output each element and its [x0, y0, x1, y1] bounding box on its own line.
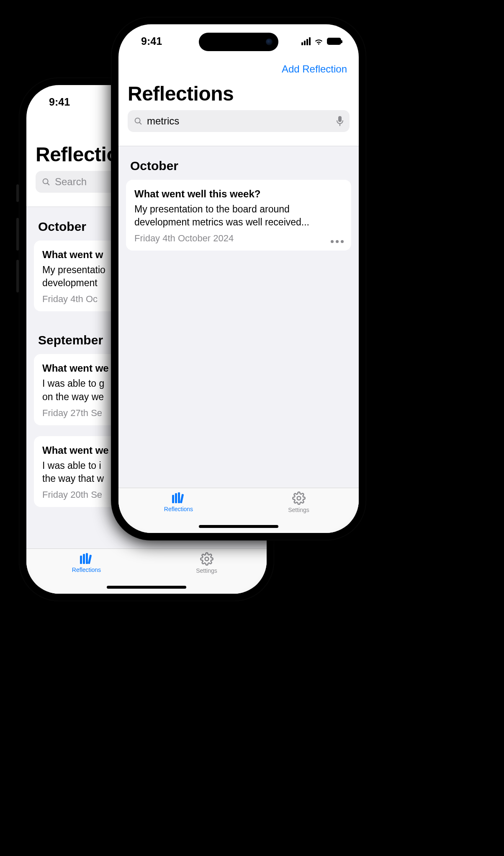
- search-icon: [41, 177, 51, 186]
- gear-icon: [200, 552, 213, 566]
- search-input[interactable]: [147, 115, 332, 127]
- battery-icon: [327, 38, 341, 45]
- library-icon: [78, 552, 95, 565]
- svg-line-8: [139, 122, 141, 124]
- svg-line-1: [47, 183, 49, 185]
- phone-front: 9:41 Add Reflection Reflections: [111, 17, 366, 540]
- svg-point-6: [205, 557, 208, 561]
- volume-up-button: [16, 218, 19, 251]
- reflections-list: October What went well this week? My pre…: [118, 146, 359, 488]
- tab-label: Reflections: [72, 566, 101, 573]
- volume-down-button: [16, 260, 19, 292]
- tab-label: Reflections: [164, 506, 193, 512]
- reflection-body: My presentation to the board around deve…: [134, 203, 343, 229]
- svg-rect-13: [178, 492, 180, 503]
- more-icon[interactable]: [331, 240, 344, 243]
- dynamic-island: [199, 33, 278, 51]
- status-time: 9:41: [141, 35, 162, 47]
- reflection-question: What went well this week?: [134, 187, 343, 200]
- cellular-icon: [301, 37, 311, 45]
- svg-rect-5: [87, 555, 91, 564]
- section-header-october: October: [126, 148, 351, 180]
- side-button: [16, 184, 19, 202]
- add-reflection-button[interactable]: Add Reflection: [282, 63, 347, 75]
- home-indicator[interactable]: [107, 586, 186, 589]
- svg-rect-4: [86, 553, 88, 564]
- svg-rect-11: [172, 495, 174, 503]
- svg-point-15: [297, 497, 301, 500]
- svg-rect-14: [180, 494, 183, 504]
- tab-label: Settings: [196, 567, 217, 574]
- page-title: Reflections: [118, 80, 359, 110]
- nav-bar: Add Reflection: [118, 58, 359, 80]
- wifi-icon: [314, 38, 324, 45]
- gear-icon: [292, 491, 306, 505]
- tab-label: Settings: [288, 507, 309, 513]
- home-indicator[interactable]: [199, 525, 278, 528]
- reflection-card[interactable]: What went well this week? My presentatio…: [126, 180, 351, 251]
- status-time: 9:41: [49, 96, 70, 108]
- svg-rect-3: [83, 554, 85, 564]
- library-icon: [170, 491, 187, 504]
- svg-rect-12: [175, 493, 177, 503]
- camera-icon: [266, 39, 273, 45]
- svg-rect-9: [338, 116, 342, 122]
- reflection-date: Friday 4th October 2024: [134, 233, 343, 244]
- microphone-icon[interactable]: [336, 116, 344, 127]
- svg-rect-2: [80, 556, 82, 564]
- search-icon: [134, 116, 143, 126]
- search-field[interactable]: [128, 110, 350, 132]
